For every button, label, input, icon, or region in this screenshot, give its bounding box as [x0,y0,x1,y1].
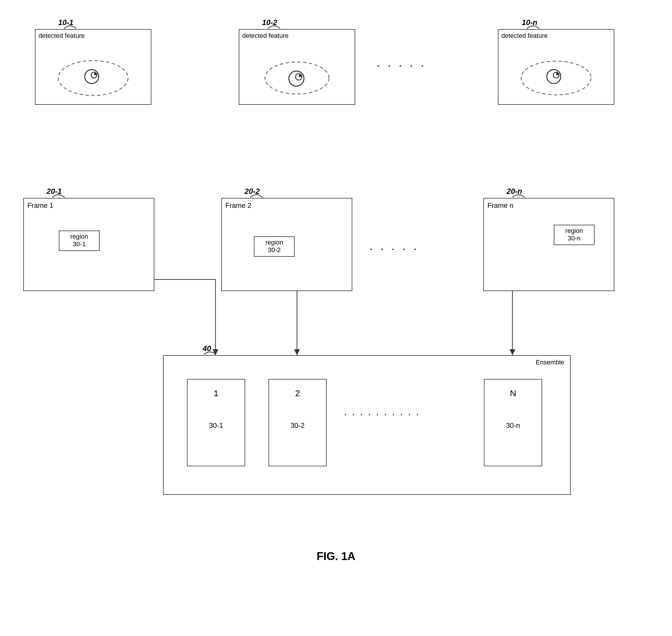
ensemble-item-n: N 30-n [484,379,542,466]
frame-box-20-n: Frame n region30-n [483,198,614,291]
feature-box-10-1: detected feature [35,29,152,105]
feature-text-10-1: detected feature [36,30,151,42]
ensemble-item-1-number: 1 [187,388,244,398]
label-20-2: 20-2 [244,187,260,196]
frame-title-20-1: Frame 1 [24,199,154,213]
dots-top: . . . . . [377,58,427,69]
region-box-30-n: region30-n [554,225,595,245]
feature-text-10-n: detected feature [498,30,614,42]
ensemble-item-2-sublabel: 30-2 [269,421,326,430]
frame-title-20-2: Frame 2 [222,199,352,213]
frame-box-20-1: Frame 1 region30-1 [23,198,154,291]
label-10-2: 10-2 [262,18,277,27]
dots-ensemble: . . . . . . . . . . [344,408,420,417]
ensemble-item-2: 2 30-2 [269,379,327,466]
figure-caption: FIG. 1A [292,550,380,563]
label-20-n: 20-n [507,187,522,196]
frame-box-20-2: Frame 2 region30-2 [221,198,352,291]
dots-frame: . . . . . [370,242,419,252]
label-10-n: 10-n [522,18,537,27]
ensemble-item-2-number: 2 [269,388,326,398]
region-box-30-1: region30-1 [59,231,100,251]
region-label-30-2: region30-2 [265,239,283,254]
ensemble-title: Ensemble [536,359,564,366]
frame-title-20-n: Frame n [484,199,614,213]
svg-point-23 [556,73,559,75]
diagram-container: 10-1 detected feature 10-2 detected feat… [0,0,672,636]
feature-text-10-2: detected feature [239,30,355,42]
ensemble-item-n-number: N [485,388,541,398]
svg-point-19 [299,74,302,77]
svg-point-15 [94,73,97,75]
svg-marker-3 [213,349,218,355]
ensemble-item-1-sublabel: 30-1 [187,421,244,430]
feature-box-10-2: detected feature [239,29,355,105]
ensemble-item-n-sublabel: 30-n [485,421,541,430]
svg-marker-7 [294,349,300,355]
label-40: 40 [203,344,211,353]
ensemble-item-1: 1 30-1 [187,379,245,466]
region-label-30-1: region30-1 [70,233,88,248]
feature-box-10-n: detected feature [498,29,614,105]
svg-point-16 [265,62,329,94]
region-label-30-n: region30-n [565,227,583,242]
region-box-30-2: region30-2 [254,236,295,257]
ensemble-box: Ensemble 1 30-1 2 30-2 N 30-n . . . . . … [163,355,571,495]
svg-marker-11 [510,349,515,355]
label-10-1: 10-1 [58,18,73,27]
label-20-1: 20-1 [46,187,62,196]
